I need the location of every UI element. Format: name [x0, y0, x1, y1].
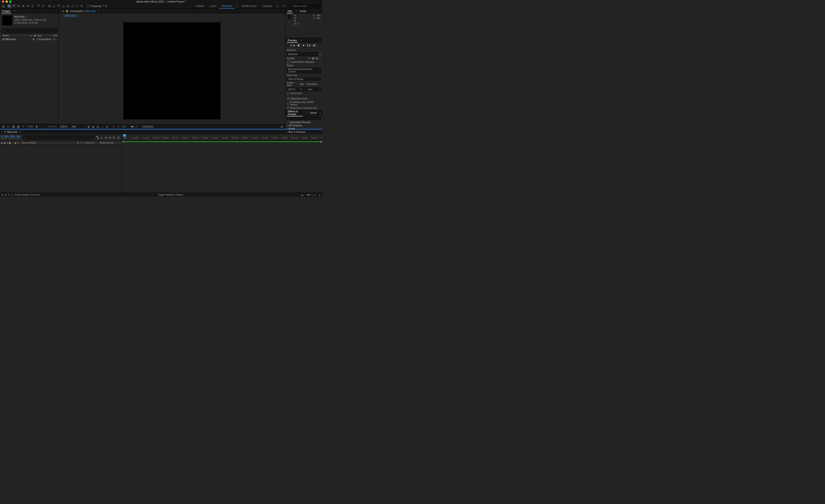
include-audio-icon[interactable]: 🔊 — [311, 57, 315, 60]
reset-exposure-icon[interactable]: ⟳ — [117, 125, 120, 128]
cache-before-playback-checkbox[interactable] — [287, 61, 289, 63]
preview-resolution-dropdown[interactable]: Auto⌄ — [307, 87, 321, 91]
eraser-tool[interactable] — [70, 4, 75, 8]
toggle-switches-modes-button[interactable]: Toggle Switches / Modes — [158, 193, 183, 196]
project-search-input[interactable]: ⌕⁔ — [1, 28, 57, 33]
delete-icon[interactable]: 🗑 — [35, 125, 39, 128]
source-name-column[interactable]: Source Name — [21, 142, 73, 144]
color-depth-button[interactable]: 8 bpc — [27, 125, 33, 128]
index-column[interactable]: # — [17, 142, 21, 144]
audio-tab[interactable]: Audio — [299, 10, 307, 12]
workspace-small-screen[interactable]: Small Screen — [239, 3, 259, 8]
workspace-switcher-icon[interactable]: ▭ — [282, 4, 286, 7]
workspace-standard-menu-icon[interactable]: ≡ — [235, 5, 239, 7]
effects-presets-tab[interactable]: Effects & Presets — [287, 110, 303, 115]
effects-category[interactable]: 3D Channel — [285, 124, 322, 127]
snapping-icon-1[interactable]: ↗ — [102, 4, 104, 7]
snapshot-icon[interactable]: 📷 — [130, 125, 134, 128]
reset-shortcut-icon[interactable]: ⟲ — [319, 53, 321, 56]
search-help-field[interactable] — [293, 5, 319, 7]
timeline-panel-menu-icon[interactable]: ≡ — [19, 131, 21, 133]
include-overlays-icon[interactable]: ▦ — [316, 57, 318, 60]
pen-tool[interactable] — [52, 4, 56, 8]
toggle-modes-icon[interactable]: ⊟ — [5, 193, 6, 196]
rectangle-tool[interactable] — [47, 4, 52, 8]
transparency-grid-icon[interactable]: ▦ — [91, 125, 95, 128]
libraries-tab[interactable]: Librari — [309, 111, 318, 114]
flowchart-icon[interactable]: ⋔ — [53, 38, 58, 41]
fullscreen-checkbox[interactable] — [287, 92, 289, 95]
include-video-icon[interactable]: 👁 — [308, 57, 310, 60]
chevron-down-icon[interactable]: ▼ — [25, 16, 27, 18]
info-panel-menu-icon[interactable]: ≡ — [296, 10, 297, 12]
ifcaching-checkbox[interactable] — [287, 102, 289, 105]
composition-panel-comp-name[interactable]: MyComp — [85, 10, 95, 12]
zoom-tool[interactable] — [16, 4, 21, 8]
roi-icon[interactable]: ▭ — [100, 125, 104, 128]
timeline-tab-name[interactable]: MyComp — [7, 131, 17, 133]
fast-preview-icon[interactable]: ▣ — [86, 125, 90, 128]
preview-panel-menu-icon[interactable]: ≡ — [300, 39, 302, 41]
panel-overflow-icon[interactable]: » — [319, 111, 321, 114]
motion-blur-icon[interactable]: ◐ — [113, 136, 115, 139]
parent-link-column[interactable]: Parent & Link — [99, 142, 122, 144]
next-frame-button[interactable]: ▎▶ — [307, 44, 311, 47]
timeline-track-area[interactable] — [122, 143, 322, 193]
composition-canvas[interactable] — [123, 22, 221, 119]
viewer-timecode[interactable]: 0;00;00;00 — [142, 125, 153, 128]
toggle-switches-icon[interactable]: ⊞ — [1, 193, 3, 196]
rotation-tool[interactable] — [36, 4, 41, 8]
zoom-out-icon[interactable]: ▬ — [301, 193, 303, 196]
puppet-tool[interactable] — [79, 4, 84, 8]
resolution-dropdown[interactable]: Half⌄ — [72, 125, 86, 128]
interpret-footage-icon[interactable]: ▤ — [1, 125, 5, 128]
viewer-dock-icon[interactable]: ▥ — [280, 125, 284, 128]
brush-tool[interactable] — [61, 4, 66, 8]
project-item-row[interactable]: ▦ MyComp ■ Composition ⋔ — [0, 37, 58, 41]
new-adjustment-icon[interactable]: ◧ — [17, 125, 20, 128]
timeline-search-input[interactable]: ⌕⁔ — [23, 136, 94, 140]
preview-playfrom-dropdown[interactable]: Start Of Range⌄ — [287, 78, 321, 81]
snapping-toggle[interactable]: Snapping ↗ ⊡ — [87, 4, 107, 7]
show-snapshot-icon[interactable]: ▶ — [135, 125, 139, 128]
orbit-tool[interactable] — [21, 4, 25, 8]
lock-icon[interactable]: 🔒 — [66, 10, 68, 12]
search-help-input[interactable]: ⌕ — [289, 4, 321, 8]
home-button[interactable] — [1, 4, 5, 8]
effects-category[interactable]: * Animation Presets — [285, 120, 322, 124]
timeline-ruler[interactable]: :00f00:15f01:00f01:15f02:00f02:15f03:00f… — [122, 134, 322, 141]
mask-visibility-icon[interactable]: ▤ — [96, 125, 99, 128]
frame-blend-icon[interactable]: ▥ — [109, 136, 111, 139]
thumbnail-size-slider[interactable] — [48, 126, 57, 127]
composition-breadcrumb[interactable]: MyComp — [63, 14, 78, 17]
playhead[interactable] — [123, 134, 126, 138]
effects-search-input[interactable]: ⌕⁔ — [287, 116, 321, 120]
preview-tab[interactable]: Preview — [287, 39, 298, 41]
effects-category[interactable]: Audio — [285, 127, 322, 130]
viewer-lock-icon[interactable]: ■ — [63, 10, 64, 12]
toggle-render-time-icon[interactable]: ◷ — [11, 193, 13, 196]
workspace-default[interactable]: Default — [194, 3, 207, 8]
info-tab[interactable]: Info — [287, 10, 293, 12]
draft-3d-icon[interactable]: ▲ — [100, 136, 103, 139]
hand-tool[interactable] — [12, 4, 16, 8]
preview-shortcut-dropdown[interactable]: Spacebar⌄ — [287, 52, 318, 56]
comp-mini-flowchart-icon[interactable]: ▚ — [97, 136, 98, 139]
effects-category[interactable]: Blur & Sharpen — [285, 130, 322, 134]
close-timeline-tab-icon[interactable]: × — [1, 131, 3, 133]
workspace-standard[interactable]: Standard — [219, 3, 235, 8]
exposure-value[interactable]: +0.0 — [122, 125, 126, 128]
label-column-icon[interactable]: ◆ — [13, 142, 17, 144]
pan-camera-tool[interactable] — [25, 4, 30, 8]
channel-icon[interactable]: ● — [112, 125, 116, 128]
dolly-tool[interactable] — [30, 4, 35, 8]
prev-frame-button[interactable]: ◀▎ — [297, 44, 301, 47]
toggle-in-out-icon[interactable]: {} — [8, 193, 9, 196]
column-type[interactable]: Type — [37, 34, 53, 37]
selection-tool[interactable] — [7, 4, 12, 8]
preview-range-dropdown[interactable]: Work Area Extended By Current …⌄ — [287, 68, 321, 73]
work-area-bar[interactable] — [122, 141, 322, 143]
workspace-libraries[interactable]: Libraries — [259, 3, 275, 8]
close-tab-icon[interactable]: × — [60, 10, 61, 12]
timeline-current-time[interactable]: 0;00;00;00 — [1, 135, 20, 138]
